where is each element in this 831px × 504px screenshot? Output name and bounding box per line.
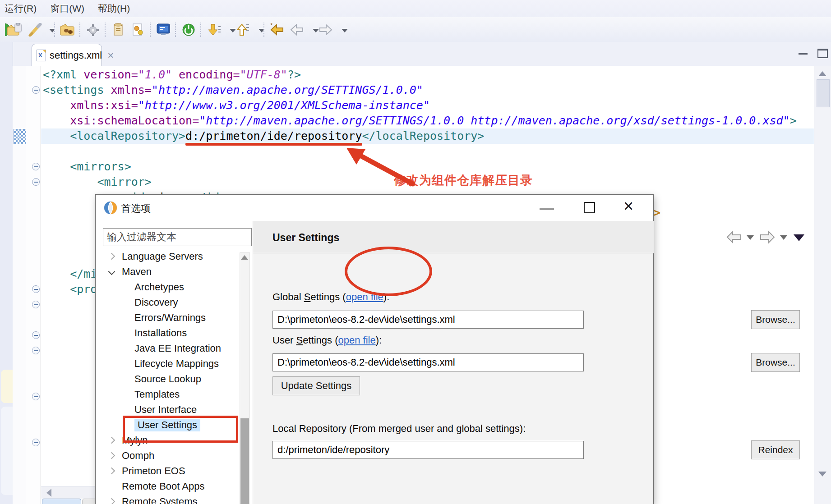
tree-item-archetypes[interactable]: Archetypes bbox=[96, 280, 239, 295]
paintbrush-icon[interactable] bbox=[27, 22, 43, 38]
global-browse-button[interactable]: Browse... bbox=[751, 310, 800, 329]
tree-item-label: Remote Boot Apps bbox=[122, 481, 204, 492]
menu-item-0[interactable]: 运行(R) bbox=[5, 2, 37, 15]
forward-arrow-icon[interactable] bbox=[759, 230, 776, 244]
collapse-icon[interactable] bbox=[32, 163, 40, 170]
file-gears-icon[interactable] bbox=[130, 22, 146, 38]
scroll-up-icon[interactable] bbox=[818, 71, 826, 76]
forward-icon[interactable] bbox=[318, 22, 334, 38]
editor-scrollbar-thumb[interactable] bbox=[817, 79, 830, 107]
bottom-view-tab2[interactable] bbox=[82, 499, 97, 504]
dialog-minimize-icon[interactable] bbox=[540, 208, 554, 210]
tree-scrollbar-thumb[interactable] bbox=[240, 418, 249, 504]
tree-item-language-servers[interactable]: Language Servers bbox=[96, 249, 239, 265]
dialog-maximize-icon[interactable] bbox=[584, 202, 595, 213]
back-arrow-icon[interactable] bbox=[726, 230, 742, 244]
download-list-icon[interactable] bbox=[206, 22, 222, 38]
tree-item-remote-boot-apps[interactable]: Remote Boot Apps bbox=[96, 479, 239, 495]
filter-input[interactable] bbox=[103, 228, 252, 246]
xml-file-icon bbox=[37, 50, 46, 61]
forward-dropdown-caret[interactable] bbox=[780, 235, 787, 240]
folder-coffee-icon[interactable] bbox=[60, 22, 76, 38]
collapse-icon[interactable] bbox=[32, 331, 40, 339]
user-settings-path-field[interactable] bbox=[272, 353, 584, 371]
tree-item-discovery[interactable]: Discovery bbox=[96, 295, 239, 311]
menu-item-2[interactable]: 帮助(H) bbox=[98, 2, 130, 15]
tree-item-errors-warnings[interactable]: Errors/Warnings bbox=[96, 311, 239, 326]
trim-fast-view-tab2[interactable] bbox=[1, 407, 13, 495]
collapse-icon[interactable] bbox=[32, 347, 40, 354]
console-icon[interactable] bbox=[155, 22, 171, 38]
user-open-file-link[interactable]: open file bbox=[338, 334, 376, 346]
back-dropdown-caret[interactable] bbox=[747, 235, 754, 240]
collapse-icon[interactable] bbox=[32, 285, 40, 293]
ant-buildfile-icon[interactable] bbox=[110, 22, 126, 38]
collapse-icon[interactable] bbox=[32, 86, 40, 94]
chevron-right-icon[interactable] bbox=[108, 498, 115, 504]
spring-boot-icon[interactable] bbox=[180, 22, 197, 38]
chevron-right-icon[interactable] bbox=[108, 253, 115, 260]
chevron-right-icon[interactable] bbox=[108, 452, 115, 459]
scroll-down-icon[interactable] bbox=[818, 472, 826, 477]
tree-item-lifecycle-mappings[interactable]: Lifecycle Mappings bbox=[96, 357, 239, 372]
forward-dropdown-caret[interactable] bbox=[337, 22, 353, 38]
update-settings-button[interactable]: Update Settings bbox=[272, 376, 360, 395]
collapse-icon[interactable] bbox=[32, 393, 40, 400]
folder-clipboard-icon[interactable] bbox=[6, 22, 23, 38]
editor-vertical-scrollbar[interactable] bbox=[814, 66, 831, 504]
tree-item-label: User Interface bbox=[134, 404, 197, 416]
tree-scroll-up-icon[interactable] bbox=[241, 255, 248, 260]
minimize-view-icon[interactable] bbox=[799, 53, 808, 55]
tree-item-templates[interactable]: Templates bbox=[96, 387, 239, 403]
user-settings-label: User Settings (open file): bbox=[272, 334, 382, 346]
tree-item-source-lookup[interactable]: Source Lookup bbox=[96, 372, 239, 387]
tab-close-icon[interactable]: × bbox=[107, 50, 114, 61]
reindex-button[interactable]: Reindex bbox=[751, 440, 800, 459]
code-line-7: <mirror> bbox=[43, 174, 152, 190]
local-repository-field[interactable] bbox=[272, 441, 584, 459]
maximize-view-icon[interactable] bbox=[817, 49, 828, 58]
back-icon[interactable] bbox=[289, 22, 305, 38]
view-menu-icon[interactable] bbox=[794, 234, 804, 241]
tree-item-label: Language Servers bbox=[122, 251, 203, 262]
chevron-right-icon[interactable] bbox=[108, 437, 115, 444]
user-browse-button[interactable]: Browse... bbox=[751, 353, 800, 372]
upload-dropdown-caret[interactable] bbox=[254, 22, 270, 38]
scroll-left-icon[interactable] bbox=[46, 489, 51, 497]
current-line-range-marker bbox=[14, 129, 26, 144]
collapse-icon[interactable] bbox=[32, 439, 40, 446]
toolbar-separator bbox=[54, 23, 55, 37]
tree-item-remote-systems[interactable]: Remote Systems bbox=[96, 495, 239, 504]
last-edit-location-icon[interactable]: * bbox=[269, 22, 285, 38]
tree-item-java-ee-integration[interactable]: Java EE Integration bbox=[96, 341, 239, 357]
folding-ruler[interactable] bbox=[26, 66, 41, 504]
gear-icon[interactable] bbox=[85, 22, 101, 38]
preferences-dialog: 首选项 × Language ServersMavenArchetypesDis… bbox=[96, 195, 653, 504]
trim-fast-view-tab[interactable] bbox=[1, 370, 13, 403]
bottom-view-tab[interactable] bbox=[42, 499, 81, 504]
global-settings-path-field[interactable] bbox=[272, 311, 584, 329]
code-line-2: xmlns:xsi="http://www.w3.org/2001/XMLSch… bbox=[43, 98, 430, 113]
chevron-down-icon[interactable] bbox=[108, 268, 115, 275]
editor-tab-strip: settings.xml × bbox=[0, 42, 831, 66]
tree-item-label: Lifecycle Mappings bbox=[134, 358, 219, 370]
tree-item-primeton-eos[interactable]: Primeton EOS bbox=[96, 464, 239, 479]
code-line-0: <?xml version="1.0" encoding="UTF-8"?> bbox=[43, 67, 301, 82]
tree-item-label: Errors/Warnings bbox=[134, 312, 206, 324]
tab-settings-xml[interactable]: settings.xml × bbox=[32, 44, 102, 66]
toolbar-separator bbox=[150, 23, 151, 37]
menu-item-1[interactable]: 窗口(W) bbox=[50, 2, 84, 15]
local-repository-label: Local Repository (From merged user and g… bbox=[272, 423, 526, 435]
tree-item-label: Source Lookup bbox=[134, 373, 201, 385]
paintbrush-dropdown-caret[interactable] bbox=[44, 22, 60, 38]
upload-list-icon[interactable] bbox=[235, 22, 251, 38]
chevron-right-icon[interactable] bbox=[108, 467, 115, 475]
dialog-close-icon[interactable]: × bbox=[623, 197, 633, 215]
tree-item-oomph[interactable]: Oomph bbox=[96, 449, 239, 464]
editor-horizontal-scrollbar[interactable] bbox=[41, 486, 96, 499]
collapse-icon[interactable] bbox=[32, 178, 40, 186]
tree-item-maven[interactable]: Maven bbox=[96, 265, 239, 280]
tree-item-installations[interactable]: Installations bbox=[96, 326, 239, 341]
collapse-icon[interactable] bbox=[32, 301, 40, 308]
panel-heading: User Settings bbox=[272, 232, 339, 244]
